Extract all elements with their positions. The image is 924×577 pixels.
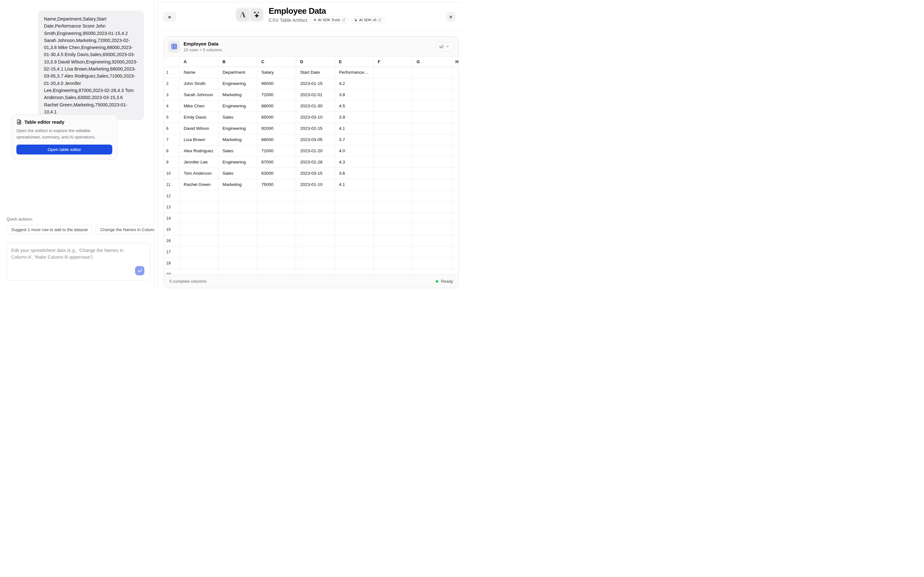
cell-E15[interactable] (334, 224, 373, 235)
cell-E16[interactable] (334, 235, 373, 246)
row-header-6[interactable]: 6 (164, 123, 179, 134)
cell-C18[interactable] (257, 258, 296, 269)
cell-D17[interactable] (296, 246, 334, 258)
cell-G3[interactable] (412, 89, 451, 100)
cell-F2[interactable] (373, 78, 412, 89)
cell-A7[interactable]: Lisa Brown (179, 134, 218, 145)
cell-H4[interactable] (451, 100, 459, 111)
cell-A12[interactable] (179, 190, 218, 201)
row-header-5[interactable]: 5 (164, 111, 179, 123)
cell-E3[interactable]: 3.8 (334, 89, 373, 100)
cell-H8[interactable] (451, 145, 459, 156)
cell-C12[interactable] (257, 190, 296, 201)
cell-H7[interactable] (451, 134, 459, 145)
badge-ai-sdk-v5[interactable]: AI SDK v5 (351, 17, 384, 23)
cell-E9[interactable]: 4.3 (334, 156, 373, 168)
cell-H18[interactable] (451, 258, 459, 269)
cell-E19[interactable] (334, 269, 373, 274)
column-header-F[interactable]: F (373, 57, 412, 67)
cell-H12[interactable] (451, 190, 459, 201)
cell-G8[interactable] (412, 145, 451, 156)
cell-D2[interactable]: 2023-01-15 (296, 78, 334, 89)
cell-E13[interactable] (334, 201, 373, 213)
cell-D14[interactable] (296, 213, 334, 224)
open-table-editor-button[interactable]: Open table editor (16, 145, 112, 155)
cell-A9[interactable]: Jennifer Lee (179, 156, 218, 168)
cell-E1[interactable]: Performance Score (334, 67, 373, 78)
composer-input[interactable] (7, 243, 150, 280)
cell-E4[interactable]: 4.5 (334, 100, 373, 111)
cell-E14[interactable] (334, 213, 373, 224)
cell-E12[interactable] (334, 190, 373, 201)
cell-F18[interactable] (373, 258, 412, 269)
submit-button[interactable] (135, 266, 144, 276)
column-header-A[interactable]: A (179, 57, 218, 67)
quick-action-change-names-button[interactable]: Change the Names in Column A (95, 225, 154, 234)
cell-H17[interactable] (451, 246, 459, 258)
row-header-2[interactable]: 2 (164, 78, 179, 89)
cell-H3[interactable] (451, 89, 459, 100)
cell-F17[interactable] (373, 246, 412, 258)
cell-A11[interactable]: Rachel Green (179, 179, 218, 190)
cell-H2[interactable] (451, 78, 459, 89)
cell-B2[interactable]: Engineering (218, 78, 257, 89)
row-header-4[interactable]: 4 (164, 100, 179, 111)
cell-G19[interactable] (412, 269, 451, 274)
cell-C16[interactable] (257, 235, 296, 246)
cell-A10[interactable]: Tom Anderson (179, 168, 218, 179)
cell-A14[interactable] (179, 213, 218, 224)
cell-C2[interactable]: 95000 (257, 78, 296, 89)
cell-G11[interactable] (412, 179, 451, 190)
row-header-7[interactable]: 7 (164, 134, 179, 145)
cell-G17[interactable] (412, 246, 451, 258)
cell-G1[interactable] (412, 67, 451, 78)
cell-D15[interactable] (296, 224, 334, 235)
cell-A5[interactable]: Emily Davis (179, 111, 218, 123)
version-select[interactable]: v2 (435, 42, 454, 51)
cell-F6[interactable] (373, 123, 412, 134)
column-header-C[interactable]: C (257, 57, 296, 67)
cell-E10[interactable]: 3.6 (334, 168, 373, 179)
cell-H5[interactable] (451, 111, 459, 123)
cell-A8[interactable]: Alex Rodriguez (179, 145, 218, 156)
cell-B15[interactable] (218, 224, 257, 235)
cell-F14[interactable] (373, 213, 412, 224)
cell-D4[interactable]: 2023-01-30 (296, 100, 334, 111)
row-header-16[interactable]: 16 (164, 235, 179, 246)
cell-E2[interactable]: 4.2 (334, 78, 373, 89)
cell-H19[interactable] (451, 269, 459, 274)
cell-C9[interactable]: 87000 (257, 156, 296, 168)
cell-G14[interactable] (412, 213, 451, 224)
cell-H13[interactable] (451, 201, 459, 213)
cell-G10[interactable] (412, 168, 451, 179)
cell-E18[interactable] (334, 258, 373, 269)
cell-H9[interactable] (451, 156, 459, 168)
cell-D8[interactable]: 2023-01-20 (296, 145, 334, 156)
cell-D11[interactable]: 2023-01-10 (296, 179, 334, 190)
cell-D16[interactable] (296, 235, 334, 246)
cell-A15[interactable] (179, 224, 218, 235)
cell-C13[interactable] (257, 201, 296, 213)
row-header-14[interactable]: 14 (164, 213, 179, 224)
row-header-10[interactable]: 10 (164, 168, 179, 179)
row-header-9[interactable]: 9 (164, 156, 179, 168)
cell-B6[interactable]: Engineering (218, 123, 257, 134)
cell-H15[interactable] (451, 224, 459, 235)
cell-F3[interactable] (373, 89, 412, 100)
cell-E5[interactable]: 3.9 (334, 111, 373, 123)
cell-D12[interactable] (296, 190, 334, 201)
cell-B19[interactable] (218, 269, 257, 274)
cell-D10[interactable]: 2023-03-15 (296, 168, 334, 179)
collapse-panel-button[interactable]: « (163, 12, 176, 22)
cell-A19[interactable] (179, 269, 218, 274)
cell-F1[interactable] (373, 67, 412, 78)
cell-A13[interactable] (179, 201, 218, 213)
cell-C6[interactable]: 92000 (257, 123, 296, 134)
cell-G7[interactable] (412, 134, 451, 145)
cell-F5[interactable] (373, 111, 412, 123)
cell-G6[interactable] (412, 123, 451, 134)
cell-B9[interactable]: Engineering (218, 156, 257, 168)
cell-B5[interactable]: Sales (218, 111, 257, 123)
cell-F19[interactable] (373, 269, 412, 274)
cell-C17[interactable] (257, 246, 296, 258)
